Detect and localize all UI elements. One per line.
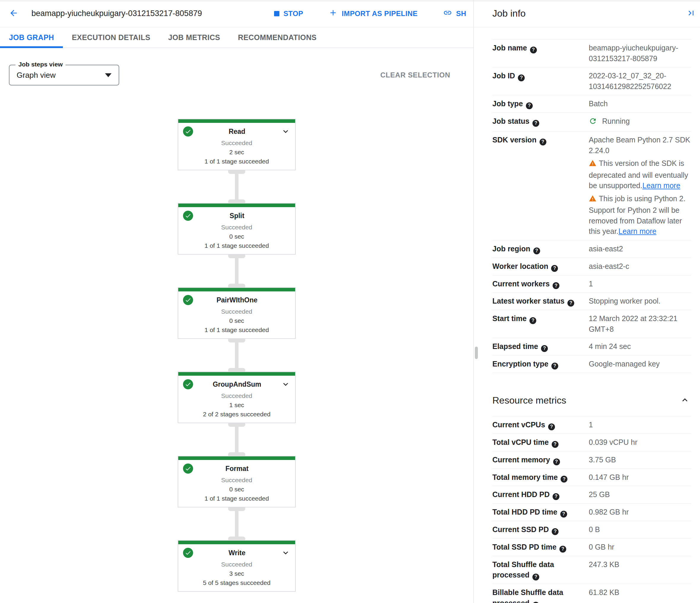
help-icon[interactable]: ?	[548, 424, 555, 430]
info-row: Current memory? 3.75 GB	[492, 451, 691, 469]
node-stages: 1 of 1 stage succeeded	[178, 242, 295, 249]
node-stages: 5 of 5 stages succeeded	[178, 579, 295, 586]
info-row: Billable Shuffle data processed? 61.82 K…	[492, 584, 691, 603]
info-row-value: 0 GB hr	[589, 542, 691, 553]
help-icon[interactable]: ?	[533, 247, 540, 254]
clear-selection-button[interactable]: CLEAR SELECTION	[378, 71, 452, 79]
graph-toolbar: Job steps view Graph view CLEAR SELECTIO…	[0, 48, 473, 86]
info-row-value: 0 B	[589, 524, 691, 535]
node-status: Succeeded	[178, 392, 295, 400]
node-success-bar	[178, 288, 295, 291]
info-row-value: Batch	[589, 98, 691, 109]
info-row: Encryption type? Google-managed key	[492, 356, 691, 373]
import-as-pipeline-button[interactable]: IMPORT AS PIPELINE	[327, 8, 419, 19]
node-duration: 0 sec	[178, 233, 295, 240]
graph-node-wrap: GroupAndSum Succeeded 1 sec 2 of 2 stage…	[178, 371, 296, 456]
info-row-label: Start time?	[492, 313, 589, 334]
graph-node-groupandsum[interactable]: GroupAndSum Succeeded 1 sec 2 of 2 stage…	[178, 371, 296, 423]
node-status: Succeeded	[178, 224, 295, 231]
help-icon[interactable]: ?	[532, 574, 539, 580]
info-row-label: Elapsed time?	[492, 341, 589, 352]
tab-execution-details[interactable]: EXECUTION DETAILS	[63, 27, 159, 47]
chevron-down-icon[interactable]	[281, 548, 291, 558]
info-row-label: Total memory time?	[492, 472, 589, 483]
help-icon[interactable]: ?	[553, 458, 560, 465]
tab-job-metrics[interactable]: JOB METRICS	[159, 27, 229, 47]
check-circle-icon	[183, 211, 193, 221]
graph-node-read[interactable]: Read Succeeded 2 sec 1 of 1 stage succee…	[178, 119, 296, 170]
info-row-label: Job ID?	[492, 71, 589, 92]
help-icon[interactable]: ?	[553, 493, 559, 500]
help-icon[interactable]: ?	[560, 511, 567, 517]
help-icon[interactable]: ?	[532, 120, 539, 127]
help-icon[interactable]: ?	[526, 102, 533, 109]
graph-node-write[interactable]: Write Succeeded 3 sec 5 of 5 stages succ…	[178, 540, 296, 592]
help-icon[interactable]: ?	[552, 441, 558, 448]
check-circle-icon	[183, 379, 193, 389]
graph-node-pairwithone[interactable]: PairWIthOne Succeeded 0 sec 1 of 1 stage…	[178, 287, 296, 339]
info-row-value: 1	[589, 279, 691, 289]
info-row-value: 25 GB	[589, 489, 691, 500]
help-icon[interactable]: ?	[551, 363, 558, 369]
page-header: beamapp-yiucheukpuigary-0312153217-80587…	[0, 0, 473, 27]
help-icon[interactable]: ?	[560, 476, 568, 483]
graph-node-format[interactable]: Format Succeeded 0 sec 1 of 1 stage succ…	[178, 456, 296, 507]
chevron-down-icon[interactable]	[281, 127, 291, 136]
panel-collapse-button[interactable]	[686, 8, 696, 19]
help-icon[interactable]: ?	[530, 47, 537, 53]
node-duration: 0 sec	[178, 486, 295, 493]
node-status: Succeeded	[178, 308, 295, 315]
help-icon[interactable]: ?	[541, 345, 548, 352]
help-icon[interactable]: ?	[540, 139, 546, 145]
job-graph-panel: beamapp-yiucheukpuigary-0312153217-80587…	[0, 0, 474, 603]
help-icon[interactable]: ?	[518, 74, 525, 81]
info-row: Total Shuffle data processed? 247.3 KB	[492, 556, 691, 584]
tab-recommendations[interactable]: RECOMMENDATIONS	[229, 27, 325, 47]
tab-job-graph[interactable]: JOB GRAPH	[0, 27, 63, 47]
learn-more-link[interactable]: Learn more	[643, 181, 680, 190]
info-row-label: Encryption type?	[492, 359, 589, 369]
info-row-value: Running	[589, 116, 691, 128]
graph-node-split[interactable]: Split Succeeded 0 sec 1 of 1 stage succe…	[178, 203, 296, 255]
stop-button[interactable]: STOP	[272, 9, 305, 18]
node-title: GroupAndSum	[193, 381, 281, 388]
share-button[interactable]: SH	[441, 8, 468, 19]
chevron-down-icon[interactable]	[281, 380, 291, 389]
panel-scrollbar-thumb[interactable]	[475, 346, 478, 359]
node-stages: 1 of 1 stage succeeded	[178, 495, 295, 502]
resource-metrics-collapse-button[interactable]	[680, 395, 690, 406]
info-row-label: Current SSD PD?	[492, 524, 589, 535]
window-edge-divider	[0, 1, 700, 1]
node-success-bar	[178, 456, 295, 460]
info-row: Current HDD PD? 25 GB	[492, 486, 691, 504]
check-circle-icon	[183, 463, 193, 474]
help-icon[interactable]: ?	[568, 300, 574, 307]
node-stages: 1 of 1 stage succeeded	[178, 327, 295, 334]
info-row: Current vCPUs? 1	[492, 416, 691, 434]
back-button[interactable]	[9, 8, 18, 19]
info-row-label: Current workers?	[492, 279, 589, 289]
info-row-label: Job type?	[492, 98, 589, 109]
help-icon[interactable]: ?	[532, 602, 539, 603]
learn-more-link[interactable]: Learn more	[619, 227, 656, 235]
info-row-value: beamapp-yiucheukpuigary-0312153217-80587…	[589, 43, 691, 64]
resource-metrics-title: Resource metrics	[492, 395, 566, 406]
help-icon[interactable]: ?	[551, 265, 558, 272]
header-actions: STOP IMPORT AS PIPELINE SH	[272, 8, 470, 19]
job-info-table: Job name? beamapp-yiucheukpuigary-031215…	[492, 39, 691, 373]
help-icon[interactable]: ?	[559, 546, 566, 553]
info-row-value: 4 min 24 sec	[589, 341, 691, 352]
help-icon[interactable]: ?	[529, 317, 536, 324]
node-connector	[235, 507, 239, 540]
help-icon[interactable]: ?	[552, 528, 558, 535]
job-steps-view-select[interactable]: Job steps view Graph view	[9, 65, 119, 86]
job-info-panel: Job info Job name? beamapp-yiucheukpuiga…	[474, 0, 700, 603]
info-row: Total SSD PD time? 0 GB hr	[492, 538, 691, 556]
page-title: beamapp-yiucheukpuigary-0312153217-80587…	[31, 9, 202, 18]
help-icon[interactable]: ?	[553, 282, 559, 289]
plus-icon	[329, 8, 338, 19]
tab-bar: JOB GRAPHEXECUTION DETAILSJOB METRICSREC…	[0, 27, 473, 48]
info-row: SDK version? Apache Beam Python 2.7 SDK …	[492, 131, 691, 240]
node-title: Split	[193, 212, 281, 220]
node-status: Succeeded	[178, 561, 295, 568]
